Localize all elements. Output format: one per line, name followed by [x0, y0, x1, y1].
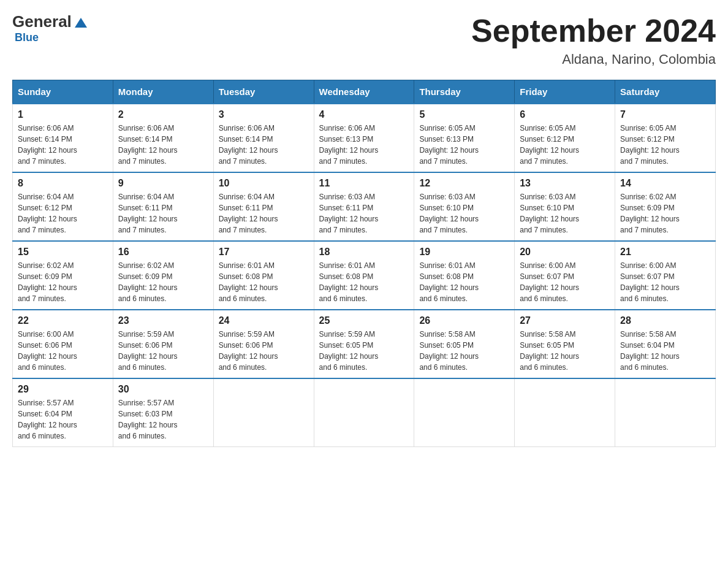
day-info: Sunrise: 6:02 AM Sunset: 6:09 PM Dayligh… [118, 260, 208, 304]
table-row: 30 Sunrise: 5:57 AM Sunset: 6:03 PM Dayl… [113, 378, 213, 447]
table-row: 29 Sunrise: 5:57 AM Sunset: 6:04 PM Dayl… [13, 378, 113, 447]
table-row: 21 Sunrise: 6:00 AM Sunset: 6:07 PM Dayl… [615, 241, 716, 310]
table-row: 7 Sunrise: 6:05 AM Sunset: 6:12 PM Dayli… [615, 104, 716, 172]
day-number: 9 [118, 178, 208, 189]
day-number: 24 [219, 315, 309, 326]
day-number: 8 [18, 178, 108, 189]
col-friday: Friday [515, 80, 615, 104]
table-row: 16 Sunrise: 6:02 AM Sunset: 6:09 PM Dayl… [113, 241, 213, 310]
calendar-table: Sunday Monday Tuesday Wednesday Thursday… [12, 80, 716, 447]
day-info: Sunrise: 6:06 AM Sunset: 6:14 PM Dayligh… [118, 123, 208, 167]
col-sunday: Sunday [13, 80, 113, 104]
day-info: Sunrise: 6:00 AM Sunset: 6:07 PM Dayligh… [520, 260, 610, 304]
day-info: Sunrise: 6:03 AM Sunset: 6:11 PM Dayligh… [319, 191, 409, 236]
table-row: 24 Sunrise: 5:59 AM Sunset: 6:06 PM Dayl… [213, 310, 314, 378]
table-row: 20 Sunrise: 6:00 AM Sunset: 6:07 PM Dayl… [515, 241, 615, 310]
day-info: Sunrise: 6:03 AM Sunset: 6:10 PM Dayligh… [520, 191, 610, 236]
day-info: Sunrise: 6:05 AM Sunset: 6:13 PM Dayligh… [419, 123, 509, 167]
day-number: 1 [18, 109, 108, 120]
day-info: Sunrise: 6:05 AM Sunset: 6:12 PM Dayligh… [620, 123, 710, 167]
table-row: 2 Sunrise: 6:06 AM Sunset: 6:14 PM Dayli… [113, 104, 213, 172]
table-row: 17 Sunrise: 6:01 AM Sunset: 6:08 PM Dayl… [213, 241, 314, 310]
day-number: 20 [520, 247, 610, 258]
day-number: 7 [620, 109, 710, 120]
table-row: 25 Sunrise: 5:59 AM Sunset: 6:05 PM Dayl… [314, 310, 414, 378]
day-number: 17 [219, 247, 309, 258]
col-wednesday: Wednesday [314, 80, 414, 104]
day-info: Sunrise: 6:04 AM Sunset: 6:11 PM Dayligh… [219, 191, 309, 236]
page-header: General Blue September 2024 Aldana, Nari… [12, 12, 716, 67]
table-row: 28 Sunrise: 5:58 AM Sunset: 6:04 PM Dayl… [615, 310, 716, 378]
day-number: 26 [419, 315, 509, 326]
day-number: 11 [319, 178, 409, 189]
table-row: 14 Sunrise: 6:02 AM Sunset: 6:09 PM Dayl… [615, 172, 716, 241]
day-number: 16 [118, 247, 208, 258]
day-number: 13 [520, 178, 610, 189]
table-row: 19 Sunrise: 6:01 AM Sunset: 6:08 PM Dayl… [414, 241, 515, 310]
calendar-header-row: Sunday Monday Tuesday Wednesday Thursday… [13, 80, 716, 104]
table-row: 8 Sunrise: 6:04 AM Sunset: 6:12 PM Dayli… [13, 172, 113, 241]
day-number: 6 [520, 109, 610, 120]
table-row [615, 378, 716, 447]
day-info: Sunrise: 5:58 AM Sunset: 6:04 PM Dayligh… [620, 329, 710, 373]
table-row: 4 Sunrise: 6:06 AM Sunset: 6:13 PM Dayli… [314, 104, 414, 172]
calendar-week-row: 1 Sunrise: 6:06 AM Sunset: 6:14 PM Dayli… [13, 104, 716, 172]
table-row: 9 Sunrise: 6:04 AM Sunset: 6:11 PM Dayli… [113, 172, 213, 241]
table-row: 27 Sunrise: 5:58 AM Sunset: 6:05 PM Dayl… [515, 310, 615, 378]
table-row [213, 378, 314, 447]
day-number: 25 [319, 315, 409, 326]
logo-blue-label: Blue [15, 31, 39, 44]
day-number: 2 [118, 109, 208, 120]
day-number: 22 [18, 315, 108, 326]
day-number: 18 [319, 247, 409, 258]
table-row: 23 Sunrise: 5:59 AM Sunset: 6:06 PM Dayl… [113, 310, 213, 378]
table-row: 10 Sunrise: 6:04 AM Sunset: 6:11 PM Dayl… [213, 172, 314, 241]
day-number: 5 [419, 109, 509, 120]
day-info: Sunrise: 6:02 AM Sunset: 6:09 PM Dayligh… [620, 191, 710, 236]
calendar-week-row: 8 Sunrise: 6:04 AM Sunset: 6:12 PM Dayli… [13, 172, 716, 241]
day-info: Sunrise: 6:00 AM Sunset: 6:06 PM Dayligh… [18, 329, 108, 373]
day-info: Sunrise: 6:01 AM Sunset: 6:08 PM Dayligh… [319, 260, 409, 304]
day-info: Sunrise: 5:59 AM Sunset: 6:06 PM Dayligh… [118, 329, 208, 373]
table-row: 12 Sunrise: 6:03 AM Sunset: 6:10 PM Dayl… [414, 172, 515, 241]
day-number: 15 [18, 247, 108, 258]
day-number: 14 [620, 178, 710, 189]
col-thursday: Thursday [414, 80, 515, 104]
table-row: 11 Sunrise: 6:03 AM Sunset: 6:11 PM Dayl… [314, 172, 414, 241]
day-info: Sunrise: 6:05 AM Sunset: 6:12 PM Dayligh… [520, 123, 610, 167]
day-number: 21 [620, 247, 710, 258]
logo-general-text: General [12, 12, 72, 31]
day-number: 3 [219, 109, 309, 120]
table-row: 5 Sunrise: 6:05 AM Sunset: 6:13 PM Dayli… [414, 104, 515, 172]
day-number: 30 [118, 384, 208, 395]
day-info: Sunrise: 6:04 AM Sunset: 6:12 PM Dayligh… [18, 191, 108, 236]
day-info: Sunrise: 6:06 AM Sunset: 6:13 PM Dayligh… [319, 123, 409, 167]
col-tuesday: Tuesday [213, 80, 314, 104]
logo: General Blue [12, 12, 87, 44]
day-info: Sunrise: 6:04 AM Sunset: 6:11 PM Dayligh… [118, 191, 208, 236]
day-info: Sunrise: 5:59 AM Sunset: 6:06 PM Dayligh… [219, 329, 309, 373]
month-title: September 2024 [471, 12, 716, 49]
day-info: Sunrise: 6:06 AM Sunset: 6:14 PM Dayligh… [18, 123, 108, 167]
table-row [314, 378, 414, 447]
calendar-week-row: 15 Sunrise: 6:02 AM Sunset: 6:09 PM Dayl… [13, 241, 716, 310]
day-info: Sunrise: 6:06 AM Sunset: 6:14 PM Dayligh… [219, 123, 309, 167]
location-subtitle: Aldana, Narino, Colombia [471, 52, 716, 67]
table-row: 13 Sunrise: 6:03 AM Sunset: 6:10 PM Dayl… [515, 172, 615, 241]
table-row: 22 Sunrise: 6:00 AM Sunset: 6:06 PM Dayl… [13, 310, 113, 378]
day-info: Sunrise: 6:03 AM Sunset: 6:10 PM Dayligh… [419, 191, 509, 236]
day-info: Sunrise: 5:57 AM Sunset: 6:04 PM Dayligh… [18, 397, 108, 442]
day-number: 27 [520, 315, 610, 326]
day-info: Sunrise: 6:01 AM Sunset: 6:08 PM Dayligh… [219, 260, 309, 304]
col-monday: Monday [113, 80, 213, 104]
day-info: Sunrise: 6:01 AM Sunset: 6:08 PM Dayligh… [419, 260, 509, 304]
day-number: 28 [620, 315, 710, 326]
day-info: Sunrise: 5:59 AM Sunset: 6:05 PM Dayligh… [319, 329, 409, 373]
table-row: 26 Sunrise: 5:58 AM Sunset: 6:05 PM Dayl… [414, 310, 515, 378]
day-number: 29 [18, 384, 108, 395]
day-info: Sunrise: 5:58 AM Sunset: 6:05 PM Dayligh… [419, 329, 509, 373]
col-saturday: Saturday [615, 80, 716, 104]
table-row [414, 378, 515, 447]
table-row: 6 Sunrise: 6:05 AM Sunset: 6:12 PM Dayli… [515, 104, 615, 172]
table-row [515, 378, 615, 447]
